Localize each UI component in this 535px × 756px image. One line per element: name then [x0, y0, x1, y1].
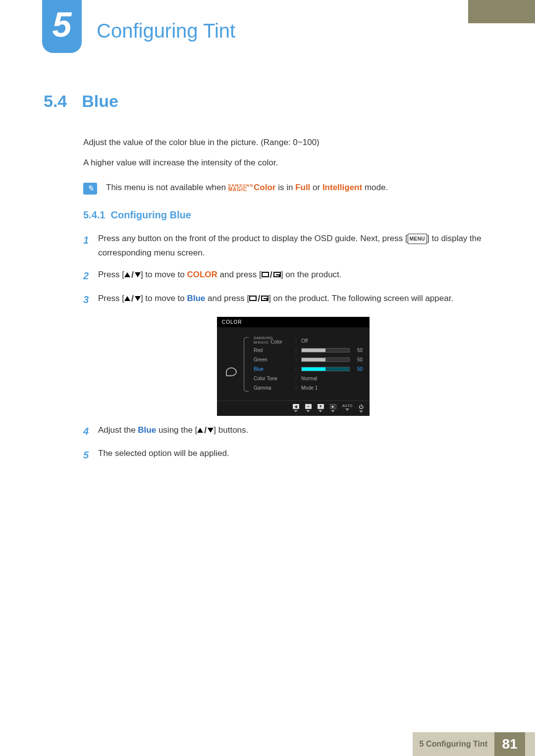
step-5: 5 The selected option will be applied.: [83, 447, 489, 463]
up-down-icon: /: [197, 423, 214, 438]
osd-row-gamma: Gamma : Mode 1: [254, 383, 363, 393]
osd-screenshot: COLOR SAMSUNGMAGIC Color : Off Red :: [217, 317, 370, 416]
note-text: This menu is not available when SAMSUNGM…: [106, 183, 388, 193]
section-heading: 5.4 Blue: [44, 92, 489, 111]
section-title: Blue: [82, 92, 118, 111]
osd-row-magic-color: SAMSUNGMAGIC Color : Off: [254, 336, 363, 346]
palette-icon: [226, 367, 237, 376]
intro-line-1: Adjust the value of the color blue in th…: [83, 136, 489, 150]
osd-row-red: Red : 50: [254, 346, 363, 355]
osd-footer: ◂ − + ▸ AUTO ⏻: [217, 401, 370, 413]
menu-button-label: MENU: [408, 234, 427, 244]
chapter-badge: 5: [42, 0, 82, 53]
page-footer: 5 Configuring Tint 81: [0, 732, 535, 756]
up-down-icon: /: [124, 267, 141, 283]
chapter-title: Configuring Tint: [97, 20, 235, 42]
section-number: 5.4: [44, 92, 67, 111]
step-2: 2 Press [/] to move to COLOR and press […: [83, 267, 489, 284]
step-1: 1 Press any button on the front of the p…: [83, 232, 489, 260]
page-content: 5.4 Blue Adjust the value of the color b…: [44, 92, 489, 470]
note-block: This menu is not available when SAMSUNGM…: [83, 183, 489, 195]
source-enter-icon: /: [262, 267, 281, 283]
intro-line-2: A higher value will increase the intensi…: [83, 156, 489, 170]
step-4: 4 Adjust the Blue using the [/] buttons.: [83, 423, 489, 440]
osd-minus-icon: −: [305, 404, 312, 413]
header-accent-bar: [468, 0, 535, 23]
osd-auto-icon: AUTO: [342, 404, 353, 413]
subsection-heading: 5.4.1 Configuring Blue: [83, 209, 489, 221]
osd-title: COLOR: [217, 317, 370, 327]
osd-row-color-tone: Color Tone : Normal: [254, 374, 363, 383]
step-3: 3 Press [/] to move to Blue and press [/…: [83, 291, 489, 308]
osd-row-blue: Blue : 50: [254, 364, 363, 374]
samsung-magic-logo: SAMSUNGMAGIC: [228, 184, 254, 192]
osd-plus-icon: +: [318, 404, 324, 413]
footer-page-number: 81: [494, 732, 525, 756]
osd-enter-icon: ▸: [330, 404, 336, 413]
osd-power-icon: ⏻: [359, 404, 364, 413]
step-list: 1 Press any button on the front of the p…: [83, 232, 489, 463]
osd-back-icon: ◂: [293, 404, 299, 413]
osd-row-green: Green : 50: [254, 355, 363, 364]
up-down-icon: /: [124, 291, 141, 306]
source-enter-icon: /: [249, 291, 268, 306]
note-icon: [83, 183, 97, 195]
chapter-number: 5: [53, 5, 72, 45]
footer-chapter-label: 5 Configuring Tint: [413, 732, 494, 756]
